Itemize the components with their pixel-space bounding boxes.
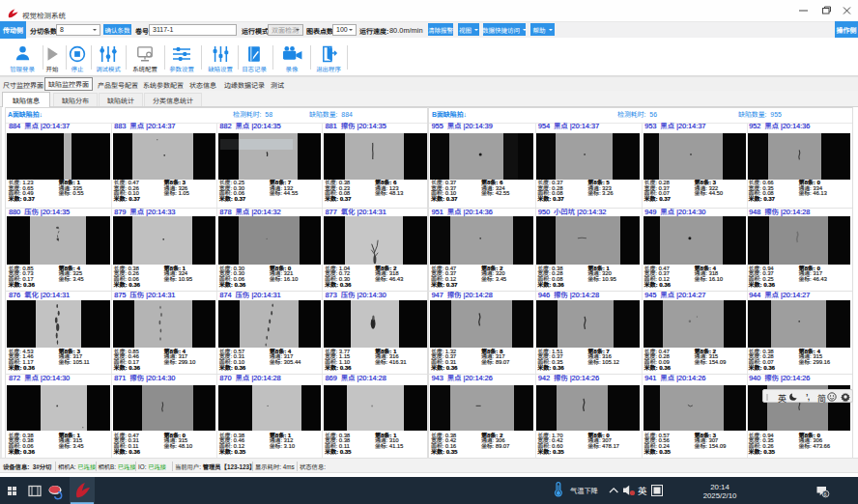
svg-text:20:14: 20:14: [710, 483, 729, 491]
svg-text:2025/2/10: 2025/2/10: [703, 491, 737, 500]
svg-text:英: 英: [638, 486, 647, 496]
svg-text:6: 6: [824, 491, 827, 497]
svg-text:气温下降: 气温下降: [570, 487, 598, 495]
